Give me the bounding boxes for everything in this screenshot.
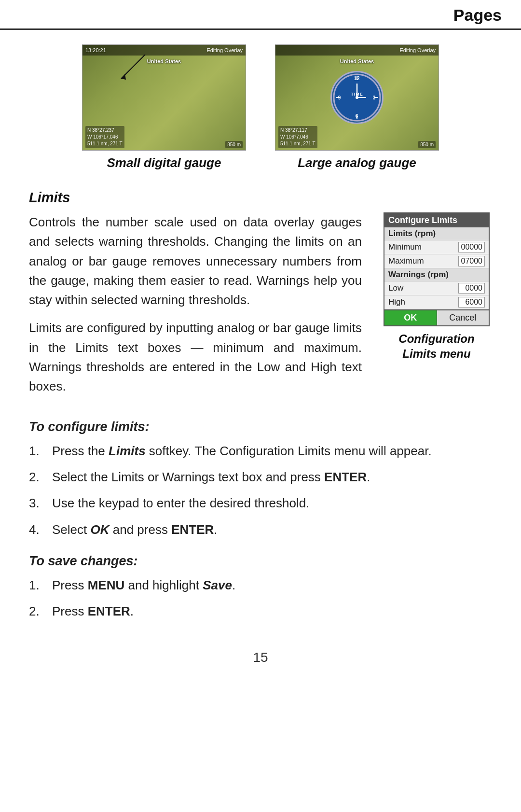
minimum-label: Minimum [388,242,422,252]
gauges-images-row: 13:20:21 Editing Overlay United States N… [29,44,492,170]
small-gauge-country: United States [147,58,181,64]
limits-softkey-label: Limits [109,444,146,458]
limits-heading: Limits [29,190,492,206]
maximum-label: Maximum [388,256,424,266]
high-value[interactable]: 6000 [458,297,485,308]
small-gauge-overlay-bar: 13:20:21 Editing Overlay [82,45,246,56]
save-step-1: 1. Press MENU and highlight Save. [29,575,492,595]
enter-key-2: ENTER [171,522,214,537]
low-label: Low [388,283,403,293]
limits-rpm-label: Limits (rpm) [384,227,489,240]
limits-content-row: Controls the number scale used on data o… [29,212,492,405]
large-gauge-edit-label: Editing Overlay [399,47,436,53]
config-cancel-button[interactable]: Cancel [437,310,489,325]
large-analog-gauge-caption: Large analog gauge [298,155,416,170]
high-row: High 6000 [384,295,489,309]
large-gauge-scale: 850 m [418,141,436,148]
limits-paragraph-2: Limits are configured by inputting analo… [29,318,362,396]
configure-step-2: 2. Select the Limits or Warnings text bo… [29,467,492,487]
low-row: Low 0000 [384,281,489,295]
small-digital-gauge-image: 13:20:21 Editing Overlay United States N… [82,44,246,151]
page-number: 15 [253,650,268,665]
large-gauge-map: Editing Overlay United States 12 3 6 9 [275,45,439,150]
limits-paragraph-1: Controls the number scale used on data o… [29,212,362,309]
small-digital-gauge-block: 13:20:21 Editing Overlay United States N… [82,44,246,170]
page-title: Pages [453,6,502,25]
save-label: Save [203,578,232,592]
configure-step-3: 3. Use the keypad to enter the desired t… [29,493,492,513]
configure-step-1: 1. Press the Limits softkey. The Configu… [29,441,492,461]
config-limits-caption: Configuration Limits menu [398,331,474,361]
clock-svg: 12 3 6 9 [333,73,381,122]
map-arrow-icon [111,50,150,88]
save-changes-subsection: To save changes: 1. Press MENU and highl… [29,554,492,621]
minimum-row: Minimum 00000 [384,240,489,254]
main-content: 13:20:21 Editing Overlay United States N… [0,30,521,699]
small-gauge-edit-label: Editing Overlay [206,47,243,53]
page-header: Pages [0,0,521,30]
large-gauge-overlay-bar: Editing Overlay [275,45,439,56]
large-gauge-coords: N 38°27.117W 106°7.046511.1 nm, 271 T [278,126,317,148]
page-footer: 15 [29,650,492,680]
small-gauge-time: 13:20:21 [85,47,106,53]
configure-limits-subheading: To configure limits: [29,420,492,434]
large-analog-gauge-block: Editing Overlay United States 12 3 6 9 [275,44,439,170]
analog-clock: 12 3 6 9 [330,71,384,124]
small-digital-gauge-caption: Small digital gauge [107,155,221,170]
enter-key-1: ENTER [324,470,367,484]
configure-step-4: 4. Select OK and press ENTER. [29,520,492,539]
minimum-value[interactable]: 00000 [458,242,485,252]
config-limits-menu: Configure Limits Limits (rpm) Minimum 00… [384,212,490,326]
limits-main-section: Limits Controls the number scale used on… [29,190,492,621]
svg-text:TIME: TIME [351,92,363,97]
config-ok-button[interactable]: OK [384,310,437,325]
warnings-rpm-label: Warnings (rpm) [384,268,489,281]
config-buttons-row: OK Cancel [384,309,489,325]
low-value[interactable]: 0000 [458,283,485,294]
configure-limits-subsection: To configure limits: 1. Press the Limits… [29,420,492,539]
config-limits-column: Configure Limits Limits (rpm) Minimum 00… [381,212,492,405]
enter-key-3: ENTER [88,604,130,618]
small-gauge-scale: 850 m [225,141,243,148]
save-step-2: 2. Press ENTER. [29,602,492,621]
menu-key: MENU [88,578,125,592]
save-changes-list: 1. Press MENU and highlight Save. 2. Pre… [29,575,492,621]
save-changes-subheading: To save changes: [29,554,492,569]
small-gauge-map: 13:20:21 Editing Overlay United States N… [82,45,246,150]
ok-label: OK [91,522,110,537]
high-label: High [388,297,405,307]
configure-limits-list: 1. Press the Limits softkey. The Configu… [29,441,492,539]
svg-point-14 [356,96,358,99]
maximum-row: Maximum 07000 [384,254,489,268]
small-gauge-coords: N 38°27.237W 106°17.046511.1 nm, 271 T [85,126,124,148]
config-limits-title: Configure Limits [384,213,489,227]
large-analog-gauge-image: Editing Overlay United States 12 3 6 9 [275,44,439,151]
large-gauge-country: United States [340,58,374,64]
maximum-value[interactable]: 07000 [458,256,485,266]
limits-text-column: Controls the number scale used on data o… [29,212,362,405]
